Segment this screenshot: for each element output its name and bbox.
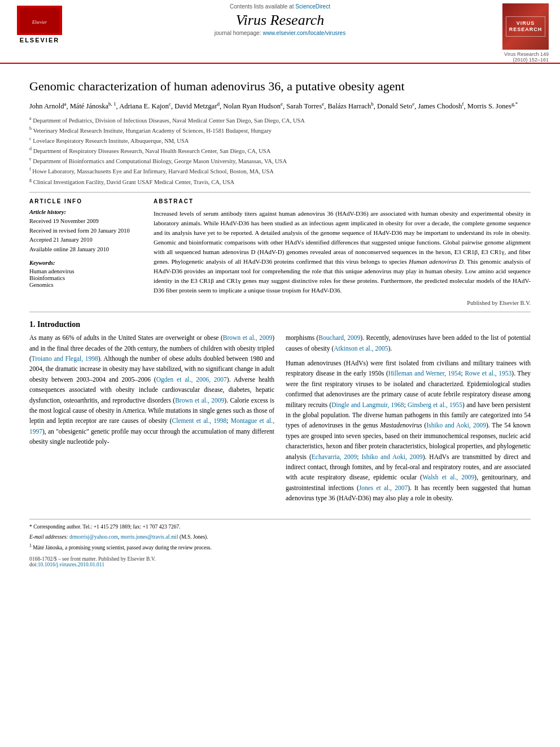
issn-line: 0168-1702/$ – see front matter. Publishe…: [29, 556, 531, 562]
affiliation-g: g Clinical Investigation Facility, David…: [29, 177, 531, 186]
virus-research-badge: VIRUS RESEARCH: [502, 3, 549, 50]
badge-title: VIRUS RESEARCH: [509, 20, 542, 33]
divider-2: [29, 312, 531, 312]
ref-clement[interactable]: Clement et al., 1998: [172, 417, 227, 424]
footnote-corresponding: * Corresponding author. Tel.: +1 415 279…: [29, 523, 531, 531]
elsevier-logo: Elsevier ELSEVIER: [11, 3, 68, 43]
abstract-column: ABSTRACT Increased levels of serum antib…: [154, 198, 531, 306]
ref-ishiko-aoki-2[interactable]: Ishiko and Aoki, 2009: [361, 453, 422, 460]
body-columns: As many as 66% of adults in the United S…: [29, 333, 531, 508]
journal-reference: Virus Research 149 (2010) 152–161: [492, 51, 549, 63]
keywords-title: Keywords:: [29, 260, 142, 266]
ref-troiano[interactable]: Troiano and Flegal, 1998: [32, 355, 98, 362]
abstract-text: Increased levels of serum antibody titer…: [154, 209, 531, 295]
bottom-meta: 0168-1702/$ – see front matter. Publishe…: [29, 556, 531, 567]
keywords-section: Keywords: Human adenovirus Bioinformatic…: [29, 260, 142, 288]
article-info-abstract: ARTICLE INFO Article history: Received 1…: [29, 198, 531, 306]
body-section: 1. Introduction As many as 66% of adults…: [29, 320, 531, 508]
keyword-1: Human adenovirus: [29, 268, 142, 274]
affiliation-c: c Lovelace Respiratory Research Institut…: [29, 136, 531, 145]
journal-top-right: VIRUS RESEARCH Virus Research 149 (2010)…: [492, 3, 549, 63]
homepage-url[interactable]: www.elsevier.com/locate/virusres: [262, 30, 345, 36]
article-info-title: ARTICLE INFO: [29, 198, 142, 204]
authors-line: John Arnolda, Máté Jánoskab, 1, Adriana …: [29, 101, 531, 112]
published-by: Published by Elsevier B.V.: [154, 300, 531, 306]
sciencedirect-line: Contents lists available at ScienceDirec…: [73, 3, 487, 10]
elsevier-text: ELSEVIER: [20, 37, 59, 43]
journal-header: Elsevier ELSEVIER Contents lists availab…: [0, 0, 560, 64]
footnote-email: E-mail addresses: drmorrisj@yahoo.com, m…: [29, 533, 531, 541]
affiliations: a Department of Pediatrics, Division of …: [29, 115, 531, 186]
divider-1: [29, 192, 531, 193]
page: Elsevier ELSEVIER Contents lists availab…: [0, 0, 560, 747]
journal-center: Contents lists available at ScienceDirec…: [68, 3, 492, 38]
article-info-column: ARTICLE INFO Article history: Received 1…: [29, 198, 142, 306]
ref-ishiko-aoki[interactable]: Ishiko and Aoki, 2009: [426, 422, 486, 429]
affiliation-a: a Department of Pediatrics, Division of …: [29, 115, 531, 125]
affiliation-d: d Department of Respiratory Diseases Res…: [29, 146, 531, 155]
affiliation-e: e Department of Bioinformatics and Compu…: [29, 156, 531, 165]
main-content: Genomic characterization of human adenov…: [0, 64, 560, 579]
doi-link[interactable]: 10.1016/j.virusres.2010.01.011: [38, 562, 104, 567]
badge-inner: VIRUS RESEARCH: [506, 16, 545, 37]
article-history-title: Article history:: [29, 209, 142, 215]
ref-walsh[interactable]: Walsh et al., 2009: [422, 474, 474, 480]
keyword-3: Genomics: [29, 282, 142, 288]
received-date: Received 19 November 2009: [29, 217, 142, 226]
accepted-date: Accepted 21 January 2010: [29, 236, 142, 244]
body-right-col: morphisms (Bouchard, 2009). Recently, ad…: [286, 333, 531, 508]
ref-montague[interactable]: Montague et al., 1997: [29, 417, 274, 434]
body-right-para-1: morphisms (Bouchard, 2009). Recently, ad…: [286, 333, 531, 353]
abstract-title: ABSTRACT: [154, 198, 531, 204]
footnote-section: * Corresponding author. Tel.: +1 415 279…: [29, 519, 531, 552]
ref-bouchard[interactable]: Bouchard, 2009: [318, 334, 360, 341]
article-title: Genomic characterization of human adenov…: [29, 78, 531, 95]
svg-text:Elsevier: Elsevier: [32, 20, 47, 25]
ref-atkinson[interactable]: Atkinson et al., 2005: [334, 345, 388, 352]
footnote-janoska: 1 Máté Jánoska, a promising young scient…: [29, 543, 531, 552]
journal-title: Virus Research: [73, 12, 487, 29]
affiliation-f: f Howe Laboratory, Massachusetts Eye and…: [29, 166, 531, 176]
section-1-heading: 1. Introduction: [29, 320, 531, 329]
ref-rowe[interactable]: Rowe et al., 1953: [465, 370, 511, 377]
ref-brown-2009a[interactable]: Brown et al., 2009: [223, 334, 272, 341]
body-right-para-2: Human adenoviruses (HAdVs) were first is…: [286, 358, 531, 503]
elsevier-logo-image: Elsevier: [17, 6, 62, 35]
email-morris-jones[interactable]: morris.jones@travis.af.mil: [121, 534, 178, 540]
email-drmorrisj[interactable]: drmorrisj@yahoo.com: [69, 534, 118, 540]
ref-hilleman[interactable]: Hilleman and Werner, 1954: [388, 370, 461, 377]
affiliation-b: b Veterinary Medical Research Institute,…: [29, 125, 531, 135]
ref-jones[interactable]: Jones et al., 2007: [359, 484, 408, 491]
ref-dingle[interactable]: Dingle and Langmuir, 1968: [331, 401, 404, 408]
doi-line: doi:10.1016/j.virusres.2010.01.011: [29, 562, 531, 567]
body-left-para-1: As many as 66% of adults in the United S…: [29, 333, 274, 447]
revised-date: Received in revised form 20 January 2010: [29, 227, 142, 235]
keyword-2: Bioinformatics: [29, 275, 142, 281]
body-left-col: As many as 66% of adults in the United S…: [29, 333, 274, 508]
ref-ginsberg[interactable]: Ginsberg et al., 1955: [408, 401, 462, 408]
ref-ogden[interactable]: Ogden et al., 2006, 2007: [156, 376, 227, 383]
homepage-line: journal homepage: www.elsevier.com/locat…: [73, 30, 487, 36]
ref-echavarria[interactable]: Echavarria, 2009: [312, 453, 357, 460]
ref-brown-2009b[interactable]: Brown et al., 2009: [175, 397, 224, 404]
sciencedirect-link[interactable]: ScienceDirect: [295, 3, 330, 10]
available-date: Available online 28 January 2010: [29, 246, 142, 254]
